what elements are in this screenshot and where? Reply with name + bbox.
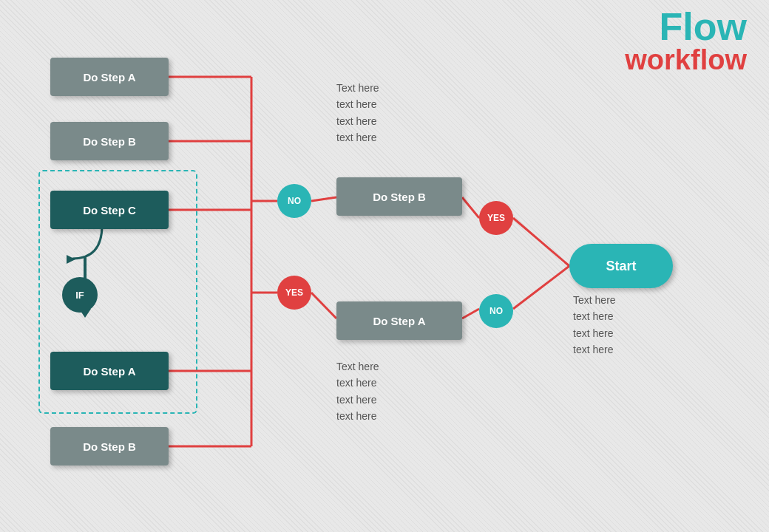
- decision-no-right: NO: [479, 294, 513, 328]
- step-box-a-dashed: Do Step A: [50, 352, 169, 390]
- step-box-a-middle: Do Step A: [336, 301, 462, 340]
- step-box-b-middle: Do Step B: [336, 177, 462, 216]
- decision-no-left: NO: [277, 184, 311, 218]
- step-box-a-top: Do Step A: [50, 58, 169, 96]
- start-oval: Start: [569, 244, 673, 288]
- svg-line-12: [513, 218, 569, 266]
- text-label-top: Text heretext heretext heretext here: [336, 80, 379, 146]
- svg-line-13: [513, 266, 569, 309]
- step-box-c: Do Step C: [50, 191, 169, 229]
- text-label-right: Text heretext heretext heretext here: [573, 292, 616, 358]
- step-box-b-second: Do Step B: [50, 122, 169, 160]
- if-circle: IF: [62, 277, 98, 313]
- svg-line-10: [462, 197, 479, 218]
- svg-line-9: [311, 293, 336, 318]
- decision-yes-left: YES: [277, 276, 311, 310]
- svg-line-11: [462, 309, 479, 318]
- title-flow: Flow: [625, 7, 747, 46]
- svg-line-8: [311, 197, 336, 201]
- step-box-b-bottom: Do Step B: [50, 427, 169, 466]
- title-workflow: workflow: [625, 46, 747, 74]
- title-area: Flow workflow: [625, 7, 747, 74]
- decision-yes-right: YES: [479, 201, 513, 235]
- text-label-bottom: Text heretext heretext heretext here: [336, 358, 379, 425]
